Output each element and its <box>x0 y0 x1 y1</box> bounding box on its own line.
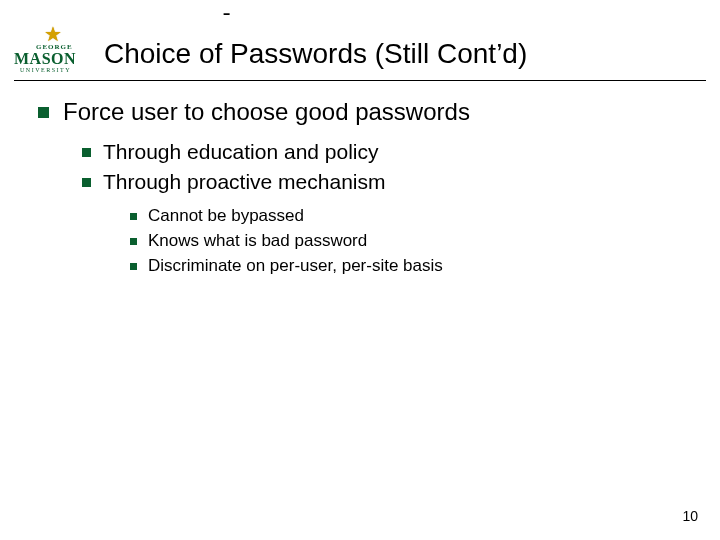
bullet-level3: Discriminate on per-user, per-site basis <box>0 256 720 276</box>
page-number: 10 <box>682 508 698 524</box>
slide-title: Choice of Passwords (Still Cont’d) <box>104 38 527 70</box>
bullet-level2: Through proactive mechanism <box>0 170 720 194</box>
bullet-text: Cannot be bypassed <box>137 206 304 226</box>
bullet-text: Through proactive mechanism <box>91 170 385 194</box>
bullet-level3: Cannot be bypassed <box>0 206 720 226</box>
top-dash: - <box>220 2 233 27</box>
logo-text-university: UNIVERSITY <box>20 67 71 73</box>
bullet-text: Knows what is bad password <box>137 231 367 251</box>
square-bullet-icon <box>82 178 91 187</box>
square-bullet-icon <box>130 238 137 245</box>
university-logo: ★ GEORGE MASON UNIVERSITY <box>14 30 96 74</box>
square-bullet-icon <box>82 148 91 157</box>
slide-header: - ★ GEORGE MASON UNIVERSITY Choice of Pa… <box>0 0 720 80</box>
square-bullet-icon <box>38 107 49 118</box>
bullet-text: Discriminate on per-user, per-site basis <box>137 256 443 276</box>
logo-text-mason: MASON <box>14 50 76 68</box>
bullet-level3: Knows what is bad password <box>0 231 720 251</box>
bullet-text: Through education and policy <box>91 140 379 164</box>
bullet-text: Force user to choose good passwords <box>49 98 470 126</box>
square-bullet-icon <box>130 213 137 220</box>
title-divider <box>14 80 706 81</box>
bullet-level2: Through education and policy <box>0 140 720 164</box>
square-bullet-icon <box>130 263 137 270</box>
slide-body: Force user to choose good passwords Thro… <box>0 98 720 281</box>
bullet-level1: Force user to choose good passwords <box>0 98 720 126</box>
